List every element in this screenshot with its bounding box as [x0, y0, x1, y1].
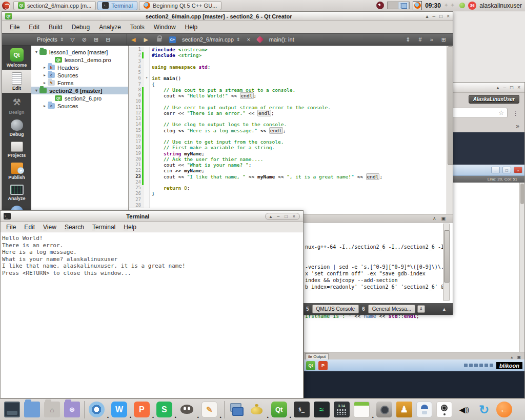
- system-folder-icon[interactable]: ⊛: [64, 402, 80, 417]
- menu-view[interactable]: View: [39, 223, 60, 232]
- media-player-icon[interactable]: [436, 402, 452, 417]
- robot-icon[interactable]: [416, 402, 432, 417]
- sync-icon[interactable]: ⊘: [78, 36, 90, 43]
- volume-icon[interactable]: ◀: [456, 402, 472, 417]
- mode-edit[interactable]: Edit: [2, 70, 31, 93]
- taskbar-window-button[interactable]: ›_Terminal: [97, 1, 137, 10]
- symbol-selector[interactable]: main(): int: [266, 36, 297, 43]
- mode-design[interactable]: ⚒Design: [2, 93, 31, 117]
- menu-debug[interactable]: Debug: [68, 23, 93, 32]
- output-tab[interactable]: QML/JS Console: [312, 305, 359, 313]
- tree-item[interactable]: ▸cSources: [31, 71, 128, 79]
- chromium-icon[interactable]: [89, 402, 105, 417]
- gimp-icon[interactable]: [179, 402, 195, 417]
- screen-recorder-icon[interactable]: [376, 2, 384, 9]
- menu-build[interactable]: Build: [45, 23, 66, 32]
- menu-terminal[interactable]: Terminal: [89, 223, 119, 232]
- distro-menu-icon[interactable]: [2, 2, 10, 10]
- mode-welcome[interactable]: QtWelcome: [2, 46, 31, 70]
- close-button[interactable]: ×: [517, 85, 520, 90]
- taskbar-window-button[interactable]: Qtsection2_6/main.cpp [m...: [13, 1, 96, 10]
- close-document-icon[interactable]: ×: [243, 36, 253, 43]
- minimize-button[interactable]: –: [277, 214, 279, 219]
- close-button[interactable]: ×: [447, 14, 450, 19]
- mode-debug[interactable]: Debug: [2, 117, 31, 139]
- shade-button[interactable]: ▴: [497, 85, 499, 90]
- minimize-button[interactable]: –: [503, 85, 507, 90]
- expand-arrow-icon[interactable]: ▸: [42, 65, 48, 70]
- shade-button[interactable]: ▴: [270, 214, 272, 219]
- clock[interactable]: 09:30: [425, 2, 441, 9]
- wps-presentation-icon[interactable]: P: [134, 402, 150, 417]
- mode-analyze[interactable]: Analyze: [2, 182, 31, 203]
- tree-item[interactable]: ▸✎Forms: [31, 79, 128, 87]
- menu-help[interactable]: Help: [181, 23, 201, 32]
- tree-item[interactable]: ▸hHeaders: [31, 64, 128, 71]
- chess-icon[interactable]: ♟: [396, 402, 412, 417]
- terminal-output[interactable]: Hello World!There is an error.Here is a …: [1, 232, 303, 279]
- wps-writer-icon[interactable]: W: [111, 402, 127, 417]
- menu-window[interactable]: Window: [150, 23, 179, 32]
- workspace-pager[interactable]: [387, 2, 410, 9]
- tree-item[interactable]: Qtsection2_6.pro: [31, 94, 128, 102]
- pane-selector[interactable]: Projects⇕: [34, 36, 67, 43]
- bookmarks-overflow-icon[interactable]: »: [516, 123, 519, 130]
- status-dot-icon[interactable]: [459, 3, 465, 8]
- virtual-machine-icon[interactable]: [229, 402, 245, 417]
- go-forward-icon[interactable]: ▶: [139, 36, 152, 43]
- menu-file[interactable]: File: [6, 23, 23, 32]
- menu-file[interactable]: File: [3, 223, 19, 232]
- output-tab-spinner-icon[interactable]: ⇕: [417, 305, 425, 313]
- menu-search[interactable]: Search: [61, 223, 88, 232]
- go-back-icon[interactable]: ◀: [127, 36, 139, 43]
- tree-item[interactable]: ▸cSources: [31, 102, 128, 110]
- taskbar-window-button[interactable]: Beginning Qt 5 C++ GU...: [139, 1, 221, 10]
- menu-edit[interactable]: Edit: [25, 23, 43, 32]
- camera-icon[interactable]: [376, 402, 392, 417]
- menu-edit[interactable]: Edit: [21, 223, 38, 232]
- update-icon[interactable]: ↻: [476, 402, 492, 417]
- menu-help[interactable]: Help: [120, 223, 140, 232]
- maximize-button[interactable]: □: [439, 14, 442, 19]
- home-folder-icon[interactable]: ⌂: [44, 402, 60, 417]
- tree-item[interactable]: ▾lesson1_demo [master]: [31, 48, 128, 56]
- tree-item[interactable]: ▾section2_6 [master]: [31, 87, 128, 94]
- collapse-icon[interactable]: ⊟: [102, 36, 114, 43]
- line-column-icon[interactable]: #: [415, 36, 426, 43]
- username[interactable]: alaskalinuxuser: [479, 2, 522, 9]
- updown-icon[interactable]: ⇕: [402, 36, 414, 43]
- terminal-icon[interactable]: $_: [294, 402, 310, 417]
- teatime-icon[interactable]: [249, 402, 265, 417]
- show-desktop-icon[interactable]: [4, 402, 20, 417]
- menu-dots-icon[interactable]: ⋮: [511, 109, 520, 117]
- close-button[interactable]: ×: [293, 214, 295, 219]
- text-editor-icon[interactable]: ✎: [201, 402, 217, 417]
- calculator-icon[interactable]: 3.14: [334, 402, 350, 417]
- tree-item[interactable]: Qtlesson1_demo.pro: [31, 56, 128, 64]
- calendar-icon[interactable]: [354, 402, 370, 417]
- maximize-pane-icon[interactable]: ▣: [441, 216, 446, 221]
- shade-button[interactable]: ▴: [426, 14, 429, 19]
- expand-arrow-icon[interactable]: ▸: [42, 73, 48, 77]
- mode-publish[interactable]: Publish: [2, 160, 31, 182]
- overflow-icon[interactable]: »: [427, 36, 437, 43]
- expand-arrow-icon[interactable]: ▾: [33, 88, 39, 93]
- minimize-button[interactable]: –: [433, 14, 436, 19]
- output-tab[interactable]: General Messa...: [368, 305, 415, 313]
- menu-analyze[interactable]: Analyze: [95, 23, 125, 32]
- split-icon[interactable]: ⊞: [90, 36, 102, 43]
- open-file-selector[interactable]: section2_6/main.cpp⇕: [179, 36, 243, 43]
- expand-arrow-icon[interactable]: ▸: [42, 81, 48, 85]
- wps-spreadsheets-icon[interactable]: S: [156, 402, 172, 417]
- firefox-tray-icon[interactable]: [413, 1, 422, 10]
- back-icon[interactable]: ←: [496, 402, 512, 417]
- output-scrollbar[interactable]: [443, 224, 450, 301]
- system-monitor-icon[interactable]: ≈: [314, 402, 330, 417]
- mode-projects[interactable]: Projects: [2, 139, 31, 160]
- maximize-button[interactable]: □: [285, 214, 287, 219]
- qt-creator-icon[interactable]: Qt: [271, 402, 287, 417]
- expand-arrow-icon[interactable]: ▸: [42, 104, 48, 108]
- expand-output-icon[interactable]: ▲: [442, 307, 447, 312]
- filter-icon[interactable]: ▽: [67, 36, 78, 43]
- collapse-pane-icon[interactable]: ∧: [433, 216, 436, 221]
